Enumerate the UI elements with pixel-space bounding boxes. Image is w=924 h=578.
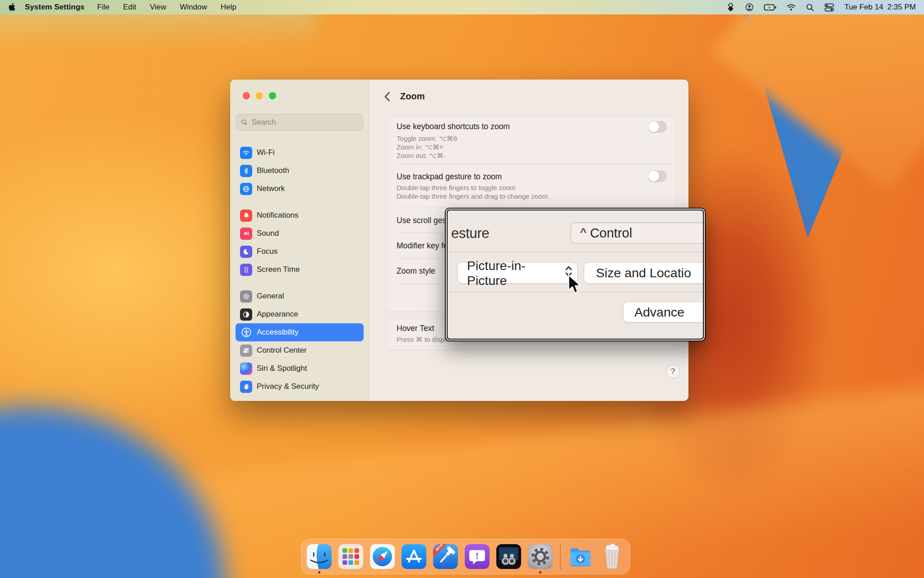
dock-trash[interactable] <box>599 544 625 569</box>
sidebar-item-sound[interactable]: Sound <box>236 224 364 242</box>
sidebar-item-privacy-security[interactable]: Privacy & Security <box>236 378 364 396</box>
row-title: Use trackpad gesture to zoom <box>397 172 502 182</box>
row-title: Use keyboard shortcuts to zoom <box>397 122 510 131</box>
screen-time-icon <box>240 264 252 276</box>
shortcuts-icon[interactable] <box>726 2 735 12</box>
magnified-row-fragment: esture <box>451 225 489 242</box>
dock-app-store[interactable] <box>401 544 427 569</box>
sidebar-item-siri-spotlight[interactable]: Siri & Spotlight <box>236 359 364 378</box>
dock-downloads-folder[interactable] <box>568 544 593 569</box>
row-trackpad-gesture: Use trackpad gesture to zoom Double-tap … <box>387 164 676 208</box>
trackpad-gesture-toggle[interactable] <box>648 170 667 182</box>
appearance-icon <box>240 308 252 321</box>
traffic-lights <box>243 92 276 99</box>
row-keyboard-shortcuts: Use keyboard shortcuts to zoom Toggle zo… <box>387 117 676 164</box>
dock-safari[interactable] <box>370 544 395 569</box>
sidebar-item-screen-time[interactable]: Screen Time <box>236 261 364 279</box>
sidebar-item-label: Privacy & Security <box>257 382 319 391</box>
modifier-key-dropdown[interactable]: ^ Control <box>570 222 703 244</box>
wallpaper-orange-corner <box>711 0 924 191</box>
magnified-divider <box>448 252 703 252</box>
row-title: Modifier key fo <box>397 241 448 251</box>
running-indicator <box>318 571 320 573</box>
row-subline: Double-tap three fingers to toggle zoom <box>397 184 516 191</box>
sidebar-item-notifications[interactable]: Notifications <box>236 206 364 224</box>
row-subline: Double-tap three fingers and drag to cha… <box>397 192 548 200</box>
apple-logo-icon <box>8 3 16 12</box>
dock-finder[interactable] <box>306 544 332 569</box>
user-icon[interactable] <box>745 3 754 12</box>
row-subline: Zoom out: ⌥⌘- <box>397 152 446 160</box>
sidebar-item-network[interactable]: Network <box>236 180 364 198</box>
menubar-clock[interactable]: Tue Feb 14 2:35 PM <box>844 3 916 12</box>
dock-system-settings[interactable] <box>527 544 553 569</box>
general-icon <box>240 290 252 303</box>
sidebar-item-appearance[interactable]: Appearance <box>236 305 364 323</box>
row-subline: Toggle zoom: ⌥⌘8 <box>397 135 457 143</box>
svg-text:!: ! <box>476 551 478 561</box>
apple-menu[interactable] <box>8 3 16 12</box>
minimize-button[interactable] <box>256 92 263 99</box>
spotlight-icon[interactable] <box>806 3 814 12</box>
advanced-button[interactable]: Advance <box>623 302 703 322</box>
sidebar-item-label: Bluetooth <box>257 166 289 175</box>
back-button[interactable] <box>381 91 393 103</box>
sidebar-item-control-center[interactable]: Control Center <box>236 341 364 359</box>
wallpaper-blue-wedge <box>704 0 924 248</box>
dock-separator <box>560 544 561 570</box>
modifier-key-value: ^ Control <box>580 226 632 241</box>
sidebar-item-label: Notifications <box>257 211 299 220</box>
zoom-style-popup[interactable]: Picture-in-Picture <box>457 262 578 284</box>
page-title: Zoom <box>400 91 425 102</box>
desktop: System Settings File Edit View Window He… <box>0 0 924 578</box>
sidebar-item-label: Sound <box>257 229 279 238</box>
close-button[interactable] <box>243 92 250 99</box>
help-button[interactable]: ? <box>666 364 680 378</box>
sound-icon <box>240 228 252 240</box>
menu-view[interactable]: View <box>150 3 166 12</box>
sidebar-item-general[interactable]: General <box>236 287 364 305</box>
focus-icon <box>240 246 252 258</box>
privacy-icon <box>240 381 252 393</box>
running-indicator <box>539 571 541 573</box>
sidebar-item-label: Network <box>257 184 285 193</box>
sidebar-item-focus[interactable]: Focus <box>236 242 364 261</box>
menu-file[interactable]: File <box>97 3 109 12</box>
wifi-icon[interactable] <box>786 4 796 11</box>
zoom-window-button[interactable] <box>269 92 276 99</box>
battery-charging-icon[interactable] <box>764 4 776 11</box>
settings-sidebar: Wi-Fi Bluetooth Network Notifications <box>230 79 369 401</box>
sidebar-item-accessibility[interactable]: Accessibility <box>236 323 364 341</box>
accessibility-icon <box>240 326 252 339</box>
control-center-icon[interactable] <box>824 3 834 12</box>
size-and-location-button[interactable]: Size and Locatio <box>584 262 703 284</box>
menubar-app-name[interactable]: System Settings <box>25 3 84 12</box>
menu-help[interactable]: Help <box>221 3 236 12</box>
sidebar-item-label: Screen Time <box>257 265 300 274</box>
size-and-location-label: Size and Locatio <box>596 266 691 280</box>
dock-feedback-assistant[interactable]: ! <box>464 544 490 569</box>
dock-xcode-beta[interactable]: BETA <box>433 544 458 569</box>
sidebar-item-wifi[interactable]: Wi-Fi <box>236 144 364 162</box>
sidebar-search[interactable] <box>236 114 363 131</box>
dock-launchpad[interactable] <box>338 544 364 569</box>
keyboard-shortcuts-toggle[interactable] <box>648 121 667 133</box>
control-center-icon <box>240 345 252 357</box>
notifications-icon <box>240 210 252 222</box>
sidebar-item-label: Accessibility <box>257 328 299 337</box>
bluetooth-icon <box>240 165 252 177</box>
sidebar-nav: Wi-Fi Bluetooth Network Notifications <box>236 144 364 401</box>
sidebar-item-bluetooth[interactable]: Bluetooth <box>236 162 364 180</box>
search-icon <box>241 119 248 126</box>
dock-screen-sharing[interactable] <box>496 544 522 569</box>
menu-window[interactable]: Window <box>180 3 207 12</box>
sidebar-item-label: General <box>257 292 284 301</box>
dock: BETA ! <box>301 539 630 574</box>
sidebar-item-label: Control Center <box>257 346 307 355</box>
sidebar-item-label: Focus <box>257 247 277 256</box>
sidebar-item-label: Appearance <box>257 310 298 319</box>
row-title: Use scroll gest <box>397 216 448 225</box>
search-input[interactable] <box>251 117 358 127</box>
menu-edit[interactable]: Edit <box>123 3 136 12</box>
row-subline: Press ⌘ to displa <box>397 336 450 344</box>
